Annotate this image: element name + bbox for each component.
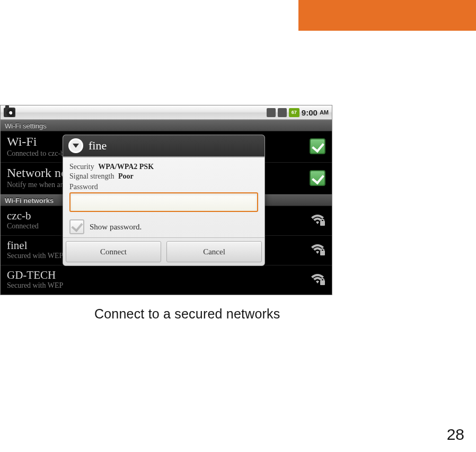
password-label: Password [69,183,258,191]
security-value: WPA/WPA2 PSK [98,163,154,171]
page-header-block [298,0,476,31]
status-bar: 67 9:00 AM [1,105,332,120]
dialog-titlebar: fine [63,135,265,157]
status-right: 67 9:00 AM [267,108,329,117]
wifi-secure-icon [310,243,325,256]
row-subtitle: Notify me when an [7,181,71,190]
network-name: czc-b [7,209,39,222]
svg-rect-3 [321,249,324,252]
checkbox-checked-icon[interactable] [310,170,325,186]
network-status: Secured with WEP [7,281,63,290]
battery-icon: 67 [289,108,299,117]
dialog-title: fine [89,139,107,153]
row-title: Network not [7,166,71,181]
dropdown-circle-icon[interactable] [68,138,83,153]
security-label: Security [69,163,94,171]
signal-label: Signal strength [69,172,114,180]
row-subtitle: Connected to czc-b [7,149,64,158]
connect-button[interactable]: Connect [66,241,161,262]
wifi-secure-icon [310,273,325,286]
network-row[interactable]: GD-TECH Secured with WEP [1,265,332,295]
security-row: Security WPA/WPA2 PSK [69,163,258,171]
network-name: GD-TECH [7,269,63,281]
connect-dialog: fine Security WPA/WPA2 PSK Signal streng… [63,135,265,266]
sd-card-icon [267,108,276,117]
clock-meridiem: AM [320,109,329,116]
show-password-checkbox[interactable] [69,219,84,234]
svg-rect-1 [321,219,324,222]
network-name: finel [7,239,63,252]
signal-value: Poor [118,172,134,180]
wifi-secure-icon [310,214,325,226]
page-number: 28 [447,426,464,444]
signal-row: Signal strength Poor [69,172,258,181]
row-title: Wi-Fi [7,135,64,149]
network-status: Connected [7,222,39,231]
network-status: Secured with WEP [7,252,63,261]
camera-icon [4,108,15,117]
checkbox-checked-icon[interactable] [310,138,325,154]
figure-caption: Connect to a secured networks [94,306,280,322]
signal-icon [278,108,287,117]
show-password-label: Show password. [90,223,142,232]
cancel-button[interactable]: Cancel [166,241,262,262]
svg-rect-5 [321,279,324,281]
clock-time: 9:00 [302,108,318,117]
screen-title-bar: Wi-Fi settings [1,120,332,131]
show-password-row[interactable]: Show password. [69,219,258,234]
dialog-buttons: Connect Cancel [63,237,265,265]
password-input[interactable] [69,192,258,212]
